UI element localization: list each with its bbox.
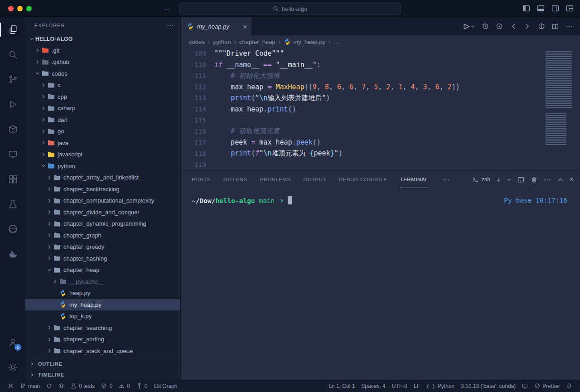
- explorer-icon[interactable]: [0, 17, 25, 42]
- breadcrumb-chapter-heap[interactable]: chapter_heap: [239, 39, 276, 45]
- command-center-search[interactable]: hello-algo: [179, 2, 401, 15]
- breadcrumb-codes[interactable]: codes: [189, 39, 205, 45]
- toggle-sidebar-icon[interactable]: [522, 5, 530, 12]
- next-change-icon[interactable]: [524, 23, 531, 30]
- split-terminal-icon[interactable]: [517, 176, 524, 183]
- tree-item-pycache[interactable]: __pycache__: [25, 276, 180, 288]
- status-notifications-bell[interactable]: [563, 380, 575, 392]
- status-git-branch[interactable]: main: [17, 380, 43, 392]
- toggle-panel-icon[interactable]: [537, 5, 545, 12]
- customize-layout-icon[interactable]: [566, 5, 574, 12]
- status-commit-graph[interactable]: [55, 380, 68, 392]
- tree-item-chapter-greedy[interactable]: chapter_greedy: [25, 241, 180, 253]
- status-language-mode[interactable]: { }Python: [423, 380, 458, 392]
- tree-item-csharp[interactable]: csharp: [25, 102, 180, 114]
- github-icon[interactable]: [0, 217, 25, 242]
- tree-item-chapter-hashing[interactable]: chapter_hashing: [25, 253, 180, 265]
- split-editor-icon[interactable]: [552, 23, 559, 30]
- tree-item-chapter-array-and-linkedlist[interactable]: chapter_array_and_linkedlist: [25, 172, 180, 184]
- tree-item-go[interactable]: go: [25, 126, 180, 137]
- previous-change-icon[interactable]: [510, 23, 517, 30]
- status-python-interpreter[interactable]: 3.10.13 ('base': conda): [458, 380, 519, 392]
- breadcrumb-my-heap-py[interactable]: my_heap.py: [284, 38, 325, 45]
- code-editor[interactable]: 109"""Driver Code"""110if __name__ == "_…: [181, 48, 580, 170]
- tree-item-java[interactable]: java: [25, 137, 180, 149]
- tree-item-python[interactable]: python: [25, 160, 180, 172]
- run-profile-icon[interactable]: [538, 23, 545, 30]
- remote-explorer-icon[interactable]: [0, 142, 25, 167]
- terminal[interactable]: ~/Dow/hello-algo main › Py base 18:17:16: [181, 188, 580, 380]
- run-debug-icon[interactable]: [0, 92, 25, 117]
- terminal-dropdown-icon[interactable]: [507, 178, 511, 182]
- minimap[interactable]: [546, 51, 577, 150]
- tree-item-chapter-stack-and-queue[interactable]: chapter_stack_and_queue: [25, 345, 180, 357]
- status-prettier-status[interactable]: Prettier: [531, 380, 563, 392]
- tree-item-codes[interactable]: codes: [25, 68, 180, 80]
- new-terminal-button[interactable]: +: [497, 176, 501, 184]
- accounts-icon[interactable]: 1: [0, 330, 25, 355]
- tree-item-chapter-searching[interactable]: chapter_searching: [25, 322, 180, 334]
- kill-terminal-icon[interactable]: [531, 176, 537, 183]
- toggle-secondary-sidebar-icon[interactable]: [551, 5, 559, 12]
- tree-item-dart[interactable]: dart: [25, 114, 180, 126]
- close-tab-icon[interactable]: ×: [243, 23, 247, 30]
- tree-item-github[interactable]: .github: [25, 56, 180, 68]
- close-window-button[interactable]: [8, 6, 14, 11]
- tree-item-chapter-dynamic-programming[interactable]: chapter_dynamic_programming: [25, 218, 180, 230]
- back-arrow-icon[interactable]: ←: [163, 5, 170, 13]
- status-remote-indicator[interactable]: [5, 380, 17, 392]
- panel-tab-gitlens[interactable]: GITLENS: [223, 171, 247, 188]
- breadcrumb-item[interactable]: …: [334, 39, 340, 45]
- tree-item-heap-py[interactable]: heap.py: [25, 287, 180, 299]
- status-encoding[interactable]: UTF-8: [389, 380, 411, 392]
- package-explorer-icon[interactable]: [0, 117, 25, 142]
- panel-tab-problems[interactable]: PROBLEMS: [260, 171, 291, 188]
- outline-section[interactable]: OUTLINE: [25, 358, 180, 369]
- settings-gear-icon[interactable]: [0, 355, 25, 380]
- search-sidebar-icon[interactable]: [0, 42, 25, 67]
- status-indentation[interactable]: Spaces: 4: [358, 380, 388, 392]
- status-cursor-position[interactable]: Ln 1, Col 1: [325, 380, 358, 392]
- tree-item-chapter-computational-complexity[interactable]: chapter_computational_complexity: [25, 195, 180, 207]
- tab-my-heap-py[interactable]: my_heap.py ×: [181, 17, 251, 35]
- status-errors-count[interactable]: 0: [98, 380, 116, 392]
- explorer-more-actions-icon[interactable]: ⋯: [167, 21, 174, 29]
- panel-more-actions-icon[interactable]: ⋯: [544, 175, 551, 184]
- maximize-panel-icon[interactable]: [557, 177, 563, 183]
- tree-item-javascript[interactable]: javascript: [25, 149, 180, 160]
- run-python-file-button[interactable]: [462, 23, 475, 30]
- maximize-window-button[interactable]: [26, 6, 32, 11]
- status-ports-count[interactable]: 0: [133, 380, 151, 392]
- status-warnings-count[interactable]: 0: [116, 380, 133, 392]
- panel-tab-ports[interactable]: PORTS: [192, 171, 211, 188]
- timeline-section[interactable]: TIMELINE: [25, 369, 180, 380]
- tree-item-hello-algo[interactable]: HELLO-ALGO: [25, 33, 180, 45]
- tree-item-chapter-backtracking[interactable]: chapter_backtracking: [25, 184, 180, 195]
- panel-more-tabs-icon[interactable]: ⋯: [443, 175, 450, 184]
- status-git-graph[interactable]: Git Graph: [150, 380, 180, 392]
- status-eol[interactable]: LF: [411, 380, 423, 392]
- status-sync-changes[interactable]: [43, 380, 55, 392]
- extensions-icon[interactable]: [0, 167, 25, 192]
- tree-item-chapter-heap[interactable]: chapter_heap: [25, 264, 180, 276]
- tree-item-chapter-divide-and-conquer[interactable]: chapter_divide_and_conquer: [25, 207, 180, 218]
- tree-item-cpp[interactable]: cpp: [25, 91, 180, 103]
- docker-icon[interactable]: [0, 242, 25, 266]
- tree-item-chapter-graph[interactable]: chapter_graph: [25, 230, 180, 242]
- status-terminal-screen[interactable]: [519, 380, 531, 392]
- breadcrumb-python[interactable]: python: [213, 39, 231, 45]
- tree-item-chapter-sorting[interactable]: chapter_sorting: [25, 334, 180, 345]
- status-tests-status[interactable]: 0 tests: [68, 380, 98, 392]
- tree-item-my-heap-py[interactable]: my_heap.py: [25, 299, 180, 311]
- tree-item-c[interactable]: c: [25, 79, 180, 91]
- minimize-window-button[interactable]: [17, 6, 23, 11]
- panel-tab-output[interactable]: OUTPUT: [304, 171, 326, 188]
- panel-tab-debug-console[interactable]: DEBUG CONSOLE: [339, 171, 387, 188]
- tree-item-top-k-py[interactable]: top_k.py: [25, 310, 180, 322]
- more-actions-icon[interactable]: ⋯: [566, 22, 573, 31]
- testing-icon[interactable]: [0, 192, 25, 217]
- close-panel-icon[interactable]: ×: [570, 175, 574, 184]
- source-control-icon[interactable]: [0, 67, 25, 92]
- open-changes-icon[interactable]: [496, 23, 503, 30]
- tree-item-git[interactable]: .git: [25, 45, 180, 57]
